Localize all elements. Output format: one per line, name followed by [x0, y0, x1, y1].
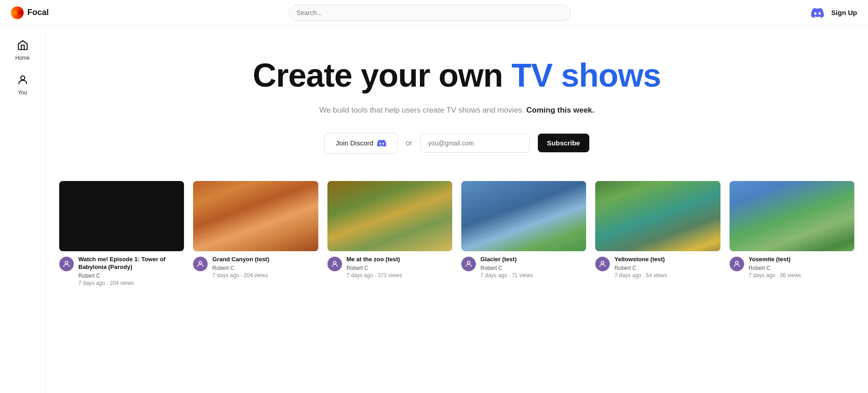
or-separator: or [406, 139, 412, 147]
logo-icon [11, 6, 24, 19]
header-right: Sign Up [811, 6, 857, 19]
header: Focal Sign Up [0, 0, 868, 26]
svg-point-5 [601, 261, 604, 264]
card-title: Me at the zoo (test) [347, 256, 402, 264]
cards-section: Watch me! Episode 1: Tower of Babylonia … [46, 181, 868, 309]
sidebar-item-you[interactable]: You [5, 69, 41, 100]
card-author: Robert C [78, 273, 184, 279]
card-stats: 7 days ago · 371 views [347, 272, 402, 279]
card-title: Yellowstone (test) [614, 256, 667, 264]
hero-subtitle-text: We build tools that help users create TV… [319, 106, 526, 114]
hero-title: Create your own TV shows [253, 57, 661, 93]
card-thumbnail [461, 181, 586, 251]
card-card-3[interactable]: Me at the zoo (test) Robert C 7 days ago… [327, 181, 452, 286]
hero-subtitle-emphasis: Coming this week. [526, 106, 594, 114]
hero-actions: Join Discord or Subscribe [324, 133, 589, 154]
discord-icon[interactable] [811, 6, 824, 19]
join-discord-label: Join Discord [336, 139, 373, 147]
card-author: Robert C [347, 265, 402, 271]
card-thumbnail [327, 181, 452, 251]
card-title: Grand Canyon (test) [212, 256, 269, 264]
cards-row: Watch me! Episode 1: Tower of Babylonia … [59, 181, 854, 291]
card-author: Robert C [212, 265, 269, 271]
card-stats: 7 days ago · 54 views [614, 272, 667, 279]
card-author: Robert C [480, 265, 533, 271]
avatar [595, 257, 610, 271]
sign-up-button[interactable]: Sign Up [831, 9, 857, 16]
main-content: Create your own TV shows We build tools … [46, 26, 868, 393]
card-meta: Yellowstone (test) Robert C 7 days ago ·… [595, 256, 720, 279]
svg-point-3 [333, 261, 336, 264]
card-stats: 7 days ago · 36 views [749, 272, 801, 279]
avatar [193, 257, 208, 271]
logo-text: Focal [27, 8, 49, 17]
card-thumbnail [193, 181, 318, 251]
hero-section: Create your own TV shows We build tools … [46, 26, 868, 181]
card-meta: Yosemite (test) Robert C 7 days ago · 36… [730, 256, 854, 279]
avatar [327, 257, 342, 271]
sidebar-home-label: Home [15, 55, 30, 61]
search-input[interactable] [289, 5, 571, 21]
svg-point-0 [20, 76, 25, 80]
card-title: Yosemite (test) [749, 256, 801, 264]
card-title: Watch me! Episode 1: Tower of Babylonia … [78, 256, 184, 271]
card-thumbnail [595, 181, 720, 251]
card-info: Glacier (test) Robert C 7 days ago · 71 … [480, 256, 533, 279]
logo[interactable]: Focal [11, 6, 49, 19]
discord-small-icon [377, 139, 386, 148]
sidebar-item-home[interactable]: Home [5, 35, 41, 66]
subscribe-button[interactable]: Subscribe [538, 134, 589, 152]
card-card-4[interactable]: Glacier (test) Robert C 7 days ago · 71 … [461, 181, 586, 286]
card-stats: 7 days ago · 204 views [78, 280, 184, 286]
card-meta: Me at the zoo (test) Robert C 7 days ago… [327, 256, 452, 279]
svg-point-2 [199, 261, 202, 264]
card-thumbnail [59, 181, 184, 251]
card-author: Robert C [749, 265, 801, 271]
card-info: Yosemite (test) Robert C 7 days ago · 36… [749, 256, 801, 279]
sidebar: Home You [0, 26, 46, 393]
user-icon [17, 74, 29, 88]
card-card-2[interactable]: Grand Canyon (test) Robert C 7 days ago … [193, 181, 318, 286]
hero-title-part1: Create your own [253, 57, 511, 93]
hero-title-highlight: TV shows [511, 57, 661, 93]
svg-point-4 [467, 261, 470, 264]
svg-point-6 [735, 261, 738, 264]
page-layout: Home You Create your own TV shows We bui… [0, 26, 868, 393]
avatar [59, 257, 74, 271]
card-info: Grand Canyon (test) Robert C 7 days ago … [212, 256, 269, 279]
card-thumbnail [730, 181, 854, 251]
card-stats: 7 days ago · 71 views [480, 272, 533, 279]
card-meta: Glacier (test) Robert C 7 days ago · 71 … [461, 256, 586, 279]
card-info: Me at the zoo (test) Robert C 7 days ago… [347, 256, 402, 279]
card-card-6[interactable]: Yosemite (test) Robert C 7 days ago · 36… [730, 181, 854, 286]
card-card-5[interactable]: Yellowstone (test) Robert C 7 days ago ·… [595, 181, 720, 286]
card-author: Robert C [614, 265, 667, 271]
card-info: Watch me! Episode 1: Tower of Babylonia … [78, 256, 184, 286]
card-info: Yellowstone (test) Robert C 7 days ago ·… [614, 256, 667, 279]
card-meta: Grand Canyon (test) Robert C 7 days ago … [193, 256, 318, 279]
card-title: Glacier (test) [480, 256, 533, 264]
card-meta: Watch me! Episode 1: Tower of Babylonia … [59, 256, 184, 286]
card-card-1[interactable]: Watch me! Episode 1: Tower of Babylonia … [59, 181, 184, 286]
home-icon [17, 39, 29, 53]
sidebar-you-label: You [18, 89, 27, 96]
hero-subtitle: We build tools that help users create TV… [319, 104, 594, 116]
svg-point-1 [65, 261, 68, 264]
join-discord-button[interactable]: Join Discord [324, 133, 398, 154]
avatar [461, 257, 476, 271]
avatar [730, 257, 744, 271]
search-container [49, 5, 811, 21]
email-input[interactable] [420, 134, 530, 153]
card-stats: 7 days ago · 204 views [212, 272, 269, 279]
